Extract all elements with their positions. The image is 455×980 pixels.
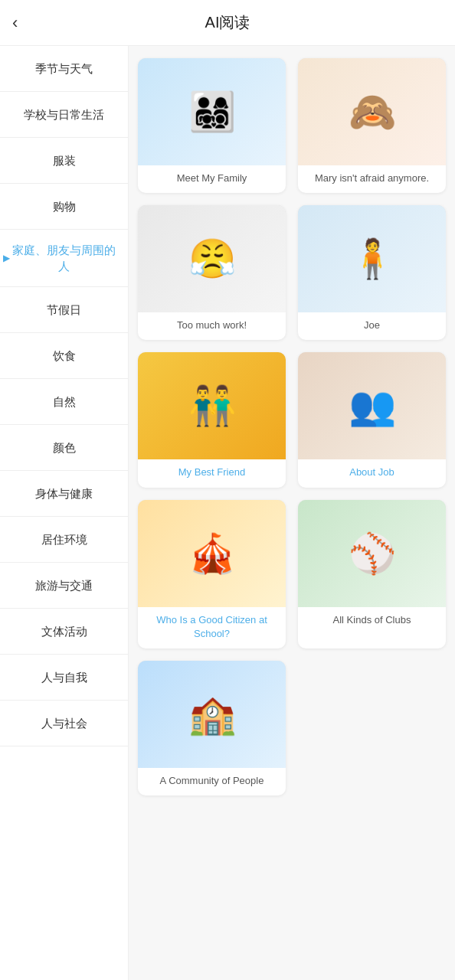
card-image-best-friend	[138, 352, 286, 459]
card-image-too-work	[138, 205, 286, 312]
header: ‹ AI阅读	[0, 0, 455, 46]
card-image-mary-afraid	[298, 58, 446, 165]
scene-mary-afraid	[298, 58, 446, 165]
sidebar-item-clothing[interactable]: 服装	[0, 138, 128, 184]
card-good-citizen[interactable]: Who Is a Good Citizen at School?	[138, 500, 286, 648]
card-mary-afraid[interactable]: Mary isn't afraid anymore.	[298, 58, 446, 193]
card-best-friend[interactable]: My Best Friend	[138, 352, 286, 487]
sidebar-item-label: 身体与健康	[35, 485, 93, 501]
sidebar-item-label: 服装	[53, 152, 76, 168]
card-label-best-friend: My Best Friend	[138, 459, 286, 487]
sidebar-item-label: 饮食	[53, 348, 76, 364]
card-image-good-citizen	[138, 500, 286, 607]
scene-too-work	[138, 205, 286, 312]
sidebar-item-self[interactable]: 人与自我	[0, 655, 128, 701]
sidebar: 季节与天气学校与日常生活服装购物▶家庭、朋友与周围的人节假日饮食自然颜色身体与健…	[0, 46, 129, 980]
card-label-mary-afraid: Mary isn't afraid anymore.	[298, 165, 446, 193]
main-layout: 季节与天气学校与日常生活服装购物▶家庭、朋友与周围的人节假日饮食自然颜色身体与健…	[0, 46, 455, 980]
sidebar-item-label: 居住环境	[41, 531, 87, 547]
sidebar-item-color[interactable]: 颜色	[0, 425, 128, 471]
sidebar-item-family[interactable]: ▶家庭、朋友与周围的人	[0, 230, 128, 287]
sidebar-item-travel[interactable]: 旅游与交通	[0, 563, 128, 609]
card-image-about-job	[298, 352, 446, 459]
active-indicator-icon: ▶	[3, 252, 10, 265]
card-image-meet-family	[138, 58, 286, 165]
card-label-about-job: About Job	[298, 459, 446, 487]
sidebar-item-holiday[interactable]: 节假日	[0, 287, 128, 333]
sidebar-item-label: 学校与日常生活	[24, 106, 104, 122]
sidebar-item-shopping[interactable]: 购物	[0, 184, 128, 230]
sidebar-item-label: 购物	[53, 198, 76, 214]
card-label-good-citizen: Who Is a Good Citizen at School?	[138, 607, 286, 648]
card-label-joe: Joe	[298, 312, 446, 340]
scene-community	[138, 661, 286, 768]
card-about-job[interactable]: About Job	[298, 352, 446, 487]
sidebar-item-food[interactable]: 饮食	[0, 333, 128, 379]
sidebar-item-label: 旅游与交通	[35, 577, 93, 593]
cards-grid: Meet My FamilyMary isn't afraid anymore.…	[138, 58, 446, 795]
sidebar-item-health[interactable]: 身体与健康	[0, 471, 128, 517]
sidebar-item-label: 节假日	[47, 302, 81, 318]
card-label-clubs: All Kinds of Clubs	[298, 607, 446, 635]
sidebar-item-label: 文体活动	[41, 623, 87, 639]
sidebar-item-label: 自然	[53, 394, 76, 410]
card-meet-family[interactable]: Meet My Family	[138, 58, 286, 193]
card-too-work[interactable]: Too much work!	[138, 205, 286, 340]
scene-joe	[298, 205, 446, 312]
card-label-too-work: Too much work!	[138, 312, 286, 340]
card-community[interactable]: A Community of People	[138, 661, 286, 795]
card-image-community	[138, 661, 286, 768]
sidebar-item-label: 家庭、朋友与周围的人	[8, 242, 120, 274]
sidebar-item-nature[interactable]: 自然	[0, 379, 128, 425]
card-image-clubs	[298, 500, 446, 607]
sidebar-item-label: 季节与天气	[35, 60, 93, 77]
sidebar-item-label: 颜色	[53, 439, 76, 456]
back-button[interactable]: ‹	[12, 13, 18, 33]
scene-best-friend	[138, 352, 286, 459]
card-label-meet-family: Meet My Family	[138, 165, 286, 193]
sidebar-item-residence[interactable]: 居住环境	[0, 517, 128, 563]
page-title: AI阅读	[205, 12, 250, 33]
sidebar-item-label: 人与社会	[41, 715, 87, 731]
content-area: Meet My FamilyMary isn't afraid anymore.…	[129, 46, 455, 980]
scene-about-job	[298, 352, 446, 459]
card-clubs[interactable]: All Kinds of Clubs	[298, 500, 446, 648]
scene-clubs	[298, 500, 446, 607]
sidebar-item-seasons[interactable]: 季节与天气	[0, 46, 128, 92]
card-joe[interactable]: Joe	[298, 205, 446, 340]
sidebar-item-society[interactable]: 人与社会	[0, 701, 128, 746]
scene-meet-family	[138, 58, 286, 165]
sidebar-item-label: 人与自我	[41, 669, 87, 685]
card-image-joe	[298, 205, 446, 312]
sidebar-item-school[interactable]: 学校与日常生活	[0, 92, 128, 138]
sidebar-item-sports[interactable]: 文体活动	[0, 609, 128, 655]
scene-good-citizen	[138, 500, 286, 607]
card-label-community: A Community of People	[138, 768, 286, 795]
